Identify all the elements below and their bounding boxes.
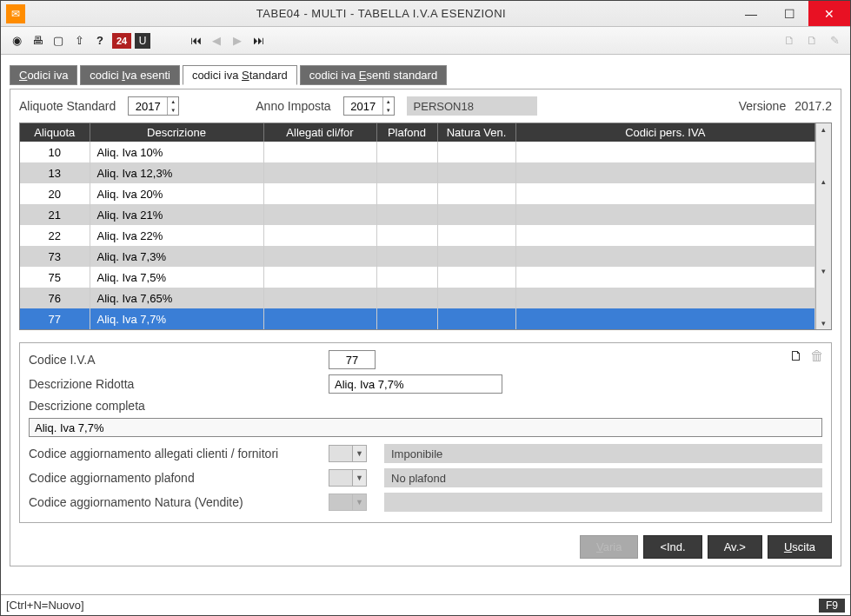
col-aliquota[interactable]: Aliquota <box>20 123 90 142</box>
upload-icon[interactable]: ⇧ <box>70 32 88 50</box>
label-anno-imposta: Anno Imposta <box>256 99 330 113</box>
label-cod-plafond: Codice aggiornamento plafond <box>29 471 320 485</box>
minimize-button[interactable]: — <box>732 1 770 26</box>
varia-button: Varia <box>580 535 638 559</box>
prev-record-icon[interactable]: ◀ <box>208 32 225 50</box>
year-imp-spinner[interactable]: ▲▼ <box>343 96 395 116</box>
titlebar: ✉ TABE04 - MULTI - TABELLA I.V.A ESENZIO… <box>1 1 850 27</box>
tab-codici-iva-esenti[interactable]: codici Iva esenti <box>80 65 180 85</box>
grid-header: Aliquota Descrizione Allegati cli/for Pl… <box>20 123 815 142</box>
tab-codici-iva-standard[interactable]: codici iva Standard <box>183 65 297 85</box>
table-row[interactable]: 76Aliq. Iva 7,65% <box>20 288 815 308</box>
chevron-up-icon[interactable]: ▲ <box>383 97 394 106</box>
year-imp-input[interactable] <box>344 97 382 115</box>
app-icon: ✉ <box>6 4 25 23</box>
maximize-button[interactable]: ☐ <box>770 1 808 26</box>
scroll-up-icon[interactable]: ▴ <box>821 177 826 186</box>
col-allegati[interactable]: Allegati cli/for <box>263 123 376 142</box>
print-icon[interactable]: 🖶 <box>29 32 46 50</box>
chevron-down-icon: ▼ <box>353 493 367 511</box>
chevron-down-icon[interactable]: ▼ <box>383 106 394 115</box>
label-versione: Versione <box>739 99 786 113</box>
col-plafond[interactable]: Plafond <box>376 123 437 142</box>
util-icon[interactable]: U <box>135 33 150 49</box>
help-icon[interactable]: ? <box>91 32 109 50</box>
label-aliquote-standard: Aliquote Standard <box>19 99 116 113</box>
label-codice-iva: Codice I.V.A <box>29 353 320 367</box>
scroll-down-icon[interactable]: ▾ <box>821 267 826 275</box>
grid-wrap: Aliquota Descrizione Allegati cli/for Pl… <box>19 123 832 330</box>
descr-completa-input[interactable] <box>29 418 822 437</box>
table-row[interactable]: 77Aliq. Iva 7,7% <box>20 308 815 329</box>
status-f9[interactable]: F9 <box>819 599 845 613</box>
last-record-icon[interactable]: ⏭ <box>249 32 267 50</box>
folder-icon[interactable]: ▢ <box>50 32 67 50</box>
col-codici-pers[interactable]: Codici pers. IVA <box>515 123 815 142</box>
table-row[interactable]: 73Aliq. Iva 7,3% <box>20 246 815 267</box>
label-descr-ridotta: Descrizione Ridotta <box>29 377 320 391</box>
label-descr-completa: Descrizione completa <box>29 399 145 413</box>
iva-grid[interactable]: Aliquota Descrizione Allegati cli/for Pl… <box>20 123 815 329</box>
badge-24[interactable]: 24 <box>112 33 131 49</box>
table-row[interactable]: 75Aliq. Iva 7,5% <box>20 267 815 288</box>
toolbar: ◉ 🖶 ▢ ⇧ ? 24 U ⏮ ◀ ▶ ⏭ 🗋 🗋 ✎ <box>1 27 850 55</box>
year-std-input[interactable] <box>129 97 167 115</box>
ind-button[interactable]: <Ind. <box>643 535 701 559</box>
natura-result <box>384 493 822 512</box>
delete-record-icon: 🗑 <box>810 348 824 364</box>
new-record-icon[interactable]: 🗋 <box>789 348 803 364</box>
doc2-icon: 🗋 <box>803 32 821 50</box>
scroll-top-icon[interactable]: ▴ <box>821 125 826 134</box>
scroll-bottom-icon[interactable]: ▾ <box>821 319 826 328</box>
grid-side-scroll[interactable]: ▴ ▴ ▾ ▾ <box>815 123 831 329</box>
version-value: 2017.2 <box>794 99 832 113</box>
allegati-result: Imponibile <box>384 444 822 463</box>
window-title: TABE04 - MULTI - TABELLA I.V.A ESENZIONI <box>30 7 732 20</box>
av-button[interactable]: Av.> <box>708 535 762 559</box>
plafond-result: No plafond <box>384 468 822 487</box>
tab-codici-iva-esenti-standard[interactable]: codici iva Esenti standard <box>300 65 447 85</box>
status-bar: [Ctrl+N=Nuovo] F9 <box>1 594 850 615</box>
uscita-button[interactable]: Uscita <box>768 535 832 559</box>
edit-icon: ✎ <box>826 32 843 50</box>
col-descrizione[interactable]: Descrizione <box>90 123 263 142</box>
descr-ridotta-input[interactable] <box>329 374 502 394</box>
chevron-down-icon[interactable]: ▼ <box>353 445 367 462</box>
close-button[interactable]: ✕ <box>808 1 850 26</box>
table-row[interactable]: 10Aliq. Iva 10% <box>20 142 815 162</box>
filter-row: Aliquote Standard ▲▼ Anno Imposta ▲▼ PER… <box>19 96 832 116</box>
table-row[interactable]: 21Aliq. Iva 21% <box>20 204 815 225</box>
codice-iva-input[interactable] <box>329 350 376 369</box>
col-natura[interactable]: Natura Ven. <box>437 123 515 142</box>
label-cod-allegati: Codice aggiornamento allegati clienti / … <box>29 447 320 460</box>
table-row[interactable]: 13Aliq. Iva 12,3% <box>20 162 815 183</box>
combo-plafond[interactable]: ▼ <box>329 469 367 487</box>
table-row[interactable]: 20Aliq. Iva 20% <box>20 183 815 204</box>
table-row[interactable]: 22Aliq. Iva 22% <box>20 225 815 246</box>
tab-codici-iva[interactable]: Codici iva <box>10 65 77 85</box>
chevron-down-icon[interactable]: ▼ <box>353 469 367 487</box>
person-field: PERSON18 <box>407 96 537 116</box>
year-std-spinner[interactable]: ▲▼ <box>128 96 179 116</box>
main-panel: Aliquote Standard ▲▼ Anno Imposta ▲▼ PER… <box>10 89 841 566</box>
doc1-icon: 🗋 <box>781 32 798 50</box>
chevron-up-icon[interactable]: ▲ <box>168 97 178 106</box>
camera-icon[interactable]: ◉ <box>8 32 25 50</box>
combo-allegati[interactable]: ▼ <box>329 445 367 462</box>
chevron-down-icon[interactable]: ▼ <box>168 106 178 115</box>
status-left: [Ctrl+N=Nuovo] <box>6 599 84 612</box>
detail-panel: 🗋 🗑 Codice I.V.A Descrizione Ridotta Des… <box>19 342 832 523</box>
tab-bar: Codici iva codici Iva esenti codici iva … <box>10 65 841 85</box>
combo-natura: ▼ <box>329 493 367 511</box>
next-record-icon[interactable]: ▶ <box>229 32 246 50</box>
bottom-buttons: Varia <Ind. Av.> Uscita <box>19 535 832 559</box>
first-record-icon[interactable]: ⏮ <box>187 32 204 50</box>
label-cod-natura: Codice aggiornamento Natura (Vendite) <box>29 495 320 509</box>
